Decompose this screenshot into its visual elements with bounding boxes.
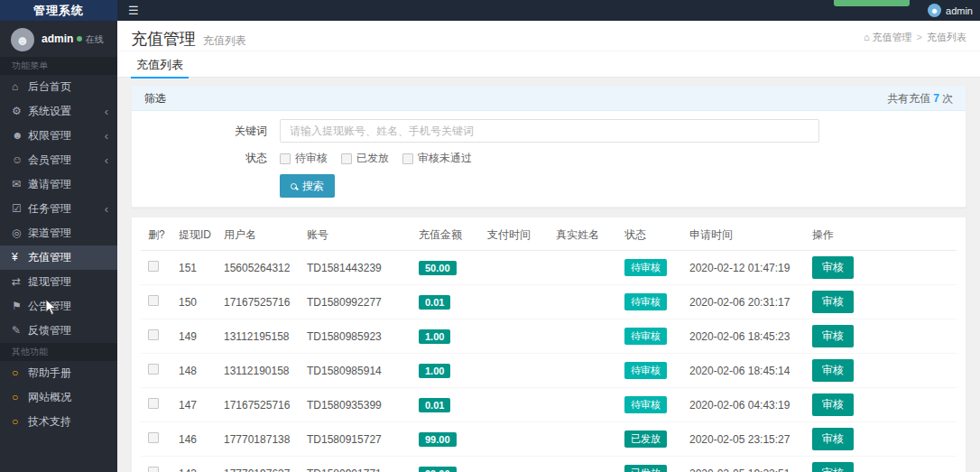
menu-section-label: 功能菜单	[0, 57, 117, 75]
review-button[interactable]: 审核	[812, 325, 854, 347]
review-button[interactable]: 审核	[812, 359, 854, 382]
review-button[interactable]: 审核	[812, 291, 854, 313]
cell-withdraw-id: 151	[171, 251, 217, 285]
user-status: 在线	[77, 34, 104, 44]
gear-icon: ⚙	[12, 99, 28, 124]
withdraw-icon: ⇄	[12, 270, 28, 294]
row-checkbox[interactable]	[148, 261, 159, 272]
cell-withdraw-id: 149	[171, 319, 217, 354]
col-account: 账号	[300, 219, 411, 251]
col-withdraw-id: 提现ID	[171, 219, 217, 251]
sidebar-item-tech-support[interactable]: ○技术支持	[0, 410, 117, 434]
amount-badge: 1.00	[419, 364, 450, 378]
recharge-table: 删? 提现ID 用户名 账号 充值金额 支付时间 真实姓名 状态 申请时间 操作	[141, 219, 957, 472]
col-status: 状态	[617, 219, 682, 251]
table-row: 149 13112195158 TD1580985923 1.00 待审核 20…	[141, 319, 957, 354]
content-area: 筛选 共有充值7次 关键词 状态 待审核 已发放 审核未通过	[117, 78, 980, 472]
row-checkbox[interactable]	[148, 467, 159, 472]
cell-account: TD1580985923	[300, 319, 411, 354]
cell-apply-time: 2020-02-06 20:31:17	[682, 285, 805, 319]
sidebar-item-invitations[interactable]: ✉邀请管理	[0, 172, 117, 197]
review-button[interactable]: 审核	[812, 428, 854, 450]
hamburger-icon[interactable]: ☰	[128, 0, 139, 21]
sidebar-item-channels[interactable]: ◎渠道管理	[0, 221, 117, 245]
cell-apply-time: 2020-02-06 18:45:14	[682, 354, 805, 388]
amount-badge: 99.00	[419, 432, 457, 447]
cell-withdraw-id: 143	[171, 457, 217, 472]
breadcrumb-separator: >	[917, 32, 922, 42]
sidebar-item-help-manual[interactable]: ○帮助手册	[0, 361, 117, 385]
cell-withdraw-id: 147	[171, 388, 217, 422]
table-row: 143 17770197637 TD1580901771 99.00 已发放 2…	[141, 457, 957, 472]
sidebar-item-feedback[interactable]: ✎反馈管理	[0, 319, 117, 343]
page-title: 充值管理	[131, 30, 196, 48]
sidebar: 管理系统 ☻ admin 在线 功能菜单 ⌂后台首页 ⚙系统设置 ‹ ☻权限管理…	[0, 0, 117, 472]
row-checkbox[interactable]	[148, 364, 159, 375]
cell-withdraw-id: 150	[171, 285, 217, 319]
checkbox-issued[interactable]	[341, 153, 352, 164]
member-icon: ☺	[12, 148, 28, 172]
sidebar-item-home[interactable]: ⌂后台首页	[0, 75, 117, 99]
topbar-user-menu[interactable]: ☻ admin	[928, 0, 973, 21]
cell-real-name	[549, 388, 617, 422]
filter-card-header: 筛选 共有充值7次	[132, 86, 966, 111]
sidebar-item-permissions[interactable]: ☻权限管理 ‹	[0, 124, 117, 148]
checkbox-rejected[interactable]	[402, 153, 413, 164]
collapse-arrow-icon: ‹	[105, 197, 108, 221]
table-row: 147 17167525716 TD1580935399 0.01 待审核 20…	[141, 388, 957, 422]
sidebar-item-members[interactable]: ☺会员管理 ‹	[0, 148, 117, 172]
col-apply-time: 申请时间	[682, 219, 805, 251]
row-checkbox[interactable]	[148, 432, 159, 443]
cell-pay-time	[480, 319, 549, 354]
sidebar-item-tasks[interactable]: ☑任务管理 ‹	[0, 197, 117, 221]
cell-username: 17770197637	[217, 457, 300, 472]
status-badge: 待审核	[624, 259, 667, 276]
filter-card: 筛选 共有充值7次 关键词 状态 待审核 已发放 审核未通过	[131, 85, 966, 208]
breadcrumb-root[interactable]: 充值管理	[873, 32, 912, 42]
status-option-pending[interactable]: 待审核	[280, 151, 328, 166]
sidebar-item-announcements[interactable]: ⚑公告管理	[0, 294, 117, 319]
review-button[interactable]: 审核	[812, 256, 854, 279]
cell-apply-time: 2020-02-12 01:47:19	[682, 251, 805, 285]
col-pay-time: 支付时间	[480, 219, 549, 251]
cell-real-name	[549, 422, 617, 457]
sidebar-item-withdraw[interactable]: ⇄提现管理	[0, 270, 117, 294]
cell-real-name	[549, 457, 617, 472]
cell-account: TD1580935399	[300, 388, 411, 422]
row-checkbox[interactable]	[148, 398, 159, 409]
cell-apply-time: 2020-02-06 04:43:19	[682, 388, 805, 422]
review-button[interactable]: 审核	[812, 462, 854, 472]
sidebar-item-system-settings[interactable]: ⚙系统设置 ‹	[0, 99, 117, 124]
recharge-count: 共有充值7次	[887, 86, 953, 110]
circle-icon: ○	[12, 361, 28, 385]
checkbox-pending[interactable]	[280, 153, 291, 164]
page-subtitle: 充值列表	[203, 34, 246, 47]
feedback-icon: ✎	[12, 319, 28, 343]
sidebar-item-site-overview[interactable]: ○网站概况	[0, 385, 117, 410]
user-profile: ☻ admin 在线	[0, 21, 117, 57]
keyword-input[interactable]	[280, 119, 819, 143]
home-icon: ⌂	[12, 75, 28, 99]
cell-account: TD1580915727	[300, 422, 411, 457]
cell-withdraw-id: 146	[171, 422, 217, 457]
status-option-issued[interactable]: 已发放	[341, 151, 389, 166]
partial-toast	[834, 0, 910, 6]
amount-badge: 50.00	[419, 261, 457, 275]
cell-withdraw-id: 148	[171, 354, 217, 388]
home-icon: ⌂	[864, 32, 870, 42]
status-checkbox-group: 待审核 已发放 审核未通过	[280, 151, 472, 166]
row-checkbox[interactable]	[148, 329, 159, 340]
status-option-rejected[interactable]: 审核未通过	[402, 151, 472, 166]
review-button[interactable]: 审核	[812, 393, 854, 416]
tab-recharge-list[interactable]: 充值列表	[131, 51, 189, 79]
topbar: ☰ ☻ admin	[117, 0, 980, 21]
cell-username: 17770187138	[217, 422, 300, 457]
row-checkbox[interactable]	[148, 295, 159, 306]
col-amount: 充值金额	[411, 219, 480, 251]
search-button[interactable]: 搜索	[280, 174, 335, 198]
cell-account: TD1581443239	[300, 251, 411, 285]
sidebar-item-recharge[interactable]: ¥充值管理	[0, 245, 117, 270]
table-wrap: 删? 提现ID 用户名 账号 充值金额 支付时间 真实姓名 状态 申请时间 操作	[132, 217, 966, 472]
col-username: 用户名	[217, 219, 300, 251]
status-badge: 待审核	[624, 396, 667, 413]
